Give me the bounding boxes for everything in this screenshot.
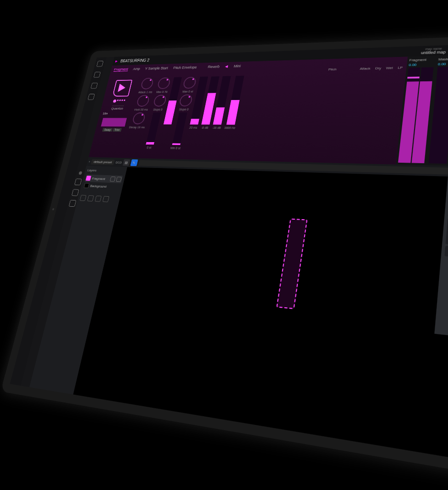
copy-icon[interactable]: ▤ <box>122 159 130 166</box>
layer-background[interactable]: Background <box>83 182 121 191</box>
knob-pmax[interactable] <box>182 77 197 89</box>
tool-color-icon[interactable] <box>102 196 109 202</box>
layer-tools <box>80 195 118 202</box>
frag-label: Fragment <box>409 57 435 62</box>
swap-button[interactable]: Swap <box>102 128 113 132</box>
quantize-label: Quantize <box>111 106 124 111</box>
label-lp: LP <box>397 66 403 69</box>
tab-arrow-icon[interactable]: ◀ <box>225 65 229 69</box>
layer-dup-icon[interactable] <box>110 177 116 182</box>
tool-icon-2[interactable] <box>72 189 79 196</box>
layer-swatch-icon <box>86 176 91 181</box>
fragment-shape[interactable] <box>276 218 307 309</box>
step-dots <box>113 100 125 103</box>
nav-icon-4[interactable] <box>87 94 95 100</box>
bar-min[interactable] <box>172 112 187 145</box>
master-value: 0.00 <box>438 62 448 66</box>
layers-title: Layers <box>87 168 124 173</box>
bar-0st[interactable] <box>146 112 161 145</box>
map-name[interactable]: map nameuntitled map <box>421 47 446 55</box>
preset-name[interactable]: default preset <box>91 159 115 165</box>
waveform-preview[interactable] <box>101 118 127 127</box>
knob-grid: Quantize 16n Swap Trim Attack 1 msHold 2… <box>92 72 402 162</box>
tool-grid-icon[interactable] <box>95 196 101 202</box>
frag-value: 0.00 <box>409 62 434 67</box>
label-dry: Dry <box>375 67 382 70</box>
prev-icon[interactable]: ‹ <box>88 160 90 164</box>
app-title: BEATSURFING 2 <box>120 58 150 63</box>
instrument-trig-at-off[interactable]: TRIG AT OFF <box>445 245 448 264</box>
knob-max[interactable] <box>157 78 171 89</box>
app-screen: ▶ BEATSURFING 2 map nameuntitled map loo… <box>10 41 448 476</box>
knob-slope1[interactable] <box>153 95 167 107</box>
tab-ysample[interactable]: Y Sample Start <box>144 66 168 71</box>
label-wet: Wet <box>386 66 393 70</box>
tool-shape-icon[interactable] <box>80 195 87 201</box>
tab-fragment[interactable]: Fragment <box>113 67 128 72</box>
upper-panel: Fragment Amp Y Sample Start Pitch Envelo… <box>88 52 448 168</box>
nav-icon-3[interactable] <box>90 83 98 89</box>
map-canvas[interactable] <box>73 167 448 476</box>
knob-slope2[interactable] <box>178 94 193 106</box>
app-logo-icon: ▶ <box>115 59 118 63</box>
knob-decay[interactable] <box>132 112 146 124</box>
trim-button[interactable]: Trim <box>112 128 121 132</box>
tablet-device: ▶ BEATSURFING 2 map nameuntitled map loo… <box>0 32 448 490</box>
label-pitch: Pitch <box>328 67 337 71</box>
label-attack: Attack <box>360 67 371 70</box>
home-icon[interactable] <box>97 61 104 67</box>
tool-cut-icon[interactable] <box>87 195 94 201</box>
instrument-editor: Fragment Amp Y Sample Start Pitch Envelo… <box>88 56 407 164</box>
preset-count: 0/15 <box>115 160 122 164</box>
tab-reverb[interactable]: Reverb <box>208 65 220 69</box>
layer-swatch-icon <box>84 183 89 189</box>
tool-icon-3[interactable] <box>69 200 76 207</box>
knob-hold[interactable] <box>136 95 151 106</box>
lower-panel: Layers Fragment Background <box>29 166 448 476</box>
tool-icon-1[interactable] <box>74 178 82 185</box>
knob-attack[interactable] <box>140 78 154 89</box>
tab-mini[interactable]: Mini <box>233 64 241 68</box>
camera-dot <box>52 208 55 211</box>
save-icon[interactable]: ✎ <box>130 159 138 166</box>
tab-amp[interactable]: Amp <box>132 67 140 71</box>
master-label: Master <box>438 57 448 61</box>
layer-trash-icon[interactable] <box>116 177 122 182</box>
quantize-value[interactable]: 16n <box>102 112 108 115</box>
tab-pitchenv[interactable]: Pitch Envelope <box>173 65 197 70</box>
play-button[interactable] <box>112 80 132 97</box>
tool-dot[interactable] <box>78 171 82 175</box>
swap-trim: Swap Trim <box>102 128 121 132</box>
nav-icon-2[interactable] <box>94 72 101 78</box>
